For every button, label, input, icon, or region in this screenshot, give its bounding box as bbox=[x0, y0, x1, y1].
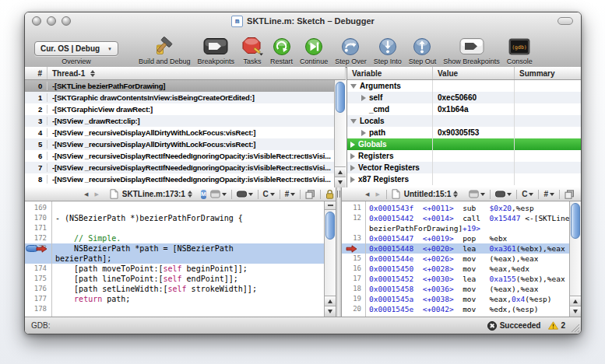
variable-row[interactable]: Vector Registers bbox=[347, 162, 581, 173]
stack-scrollbar[interactable] bbox=[334, 80, 346, 187]
breakpoints-popup-icon[interactable]: # bbox=[542, 190, 556, 198]
scroll-up-button[interactable] bbox=[570, 296, 581, 306]
line-stepper[interactable] bbox=[188, 191, 192, 198]
lock-icon[interactable] bbox=[324, 189, 336, 199]
variable-row[interactable]: _cmd0x1b64a bbox=[347, 103, 581, 115]
line-number-gutter[interactable]: 15 bbox=[342, 254, 365, 264]
bookmarks-popup-icon[interactable] bbox=[494, 191, 513, 198]
disclosure-triangle-icon[interactable] bbox=[361, 130, 366, 136]
toolbar-button-breakpoints[interactable]: Breakpoints bbox=[198, 37, 235, 65]
source-scrollbar[interactable] bbox=[324, 201, 336, 317]
line-number-gutter[interactable]: 19 bbox=[342, 294, 365, 304]
warnings-indicator[interactable]: 2 bbox=[548, 321, 565, 330]
disassembly-editor[interactable]: 110x0001543f <+0011> sub $0x20,%esp120x0… bbox=[342, 201, 581, 317]
source-code-line[interactable]: 176 [path setLineWidth:[self strokeWidth… bbox=[25, 284, 336, 294]
source-location-popup[interactable]: SKTLine.m:173:1 bbox=[122, 190, 185, 198]
source-editor[interactable]: 169170- (NSBezierPath *)bezierPathForDra… bbox=[25, 201, 336, 317]
source-code-line[interactable]: 178 bbox=[25, 304, 336, 314]
stack-scrollbar-thumb[interactable] bbox=[336, 82, 345, 113]
variable-row[interactable]: Globals bbox=[347, 138, 581, 150]
asm-code-line[interactable]: 200x0001545e <+0042> mov %edx,(%esp) bbox=[342, 304, 581, 314]
line-number-gutter[interactable]: 175 bbox=[25, 274, 51, 284]
disclosure-triangle-icon[interactable] bbox=[350, 165, 355, 171]
split-editor-button[interactable] bbox=[325, 201, 336, 210]
line-number-gutter[interactable] bbox=[342, 243, 365, 254]
stack-frame-row[interactable]: 6-[NSView _recursiveDisplayRectIfNeededI… bbox=[25, 150, 334, 162]
toolbar-toggle-widget[interactable] bbox=[558, 17, 573, 25]
variable-row[interactable]: Arguments bbox=[347, 80, 581, 92]
toolbar-button-step-into[interactable]: Step Into bbox=[374, 37, 402, 65]
source-scrollbar-thumb[interactable] bbox=[325, 212, 335, 240]
line-number-gutter[interactable]: 20 bbox=[342, 304, 365, 314]
asm-code-line[interactable]: 160x00015450 <+0028> mov %eax,%edx bbox=[342, 264, 581, 274]
stack-number-column-header[interactable]: # bbox=[25, 67, 47, 79]
forward-arrow-button[interactable]: ▶ bbox=[372, 191, 382, 198]
line-number-gutter[interactable]: 169 bbox=[25, 203, 51, 213]
line-number-gutter[interactable]: 173 bbox=[25, 243, 51, 254]
source-code-line[interactable]: bezierPath]; bbox=[25, 254, 336, 264]
source-code-line[interactable]: 169 bbox=[25, 203, 336, 213]
variable-row[interactable]: self0xec50660 bbox=[347, 92, 581, 103]
stack-frame-row[interactable]: 7-[NSView _recursiveDisplayRectIfNeededI… bbox=[25, 162, 334, 173]
bookmarks-popup-icon[interactable] bbox=[235, 191, 255, 198]
thread-stepper-icon[interactable] bbox=[90, 70, 95, 77]
disclosure-triangle-icon[interactable] bbox=[350, 84, 357, 89]
variable-row[interactable]: Locals bbox=[347, 115, 581, 127]
stack-frame-row[interactable]: 1-[SKTGraphic drawContentsInView:isBeing… bbox=[25, 92, 334, 103]
titlebar[interactable]: m SKTLine.m: Sketch – Debugger bbox=[25, 12, 581, 30]
counterpart-icon[interactable] bbox=[304, 190, 317, 199]
source-code-line[interactable]: 177 return path; bbox=[25, 294, 336, 304]
line-number-gutter[interactable]: 174 bbox=[25, 264, 51, 274]
line-number-gutter[interactable]: 171 bbox=[25, 223, 51, 233]
source-code-line[interactable]: 175 [path lineToPoint:[self endPoint]]; bbox=[25, 274, 336, 284]
line-number-gutter[interactable]: 170 bbox=[25, 213, 51, 223]
class-popup-icon[interactable]: C bbox=[520, 190, 535, 198]
summary-column-header[interactable]: Summary bbox=[515, 67, 581, 79]
disclosure-triangle-icon[interactable] bbox=[350, 177, 355, 183]
scroll-up-button[interactable] bbox=[325, 296, 336, 306]
line-number-gutter[interactable]: 12 bbox=[342, 213, 365, 223]
asm-code-line[interactable]: 110x0001543f <+0011> sub $0x20,%esp bbox=[342, 203, 581, 213]
toolbar-button-restart[interactable]: Restart bbox=[270, 37, 293, 65]
variable-row[interactable]: Registers bbox=[347, 150, 581, 162]
disclosure-triangle-icon[interactable] bbox=[350, 119, 357, 124]
variable-column-header[interactable]: Variable bbox=[347, 67, 433, 79]
asm-scrollbar-thumb[interactable] bbox=[571, 203, 580, 239]
variable-row[interactable]: path0x90305f53 bbox=[347, 127, 581, 138]
thread-column-header[interactable]: Thread-1 bbox=[47, 67, 346, 79]
line-number-gutter[interactable] bbox=[25, 254, 51, 264]
asm-code-line[interactable]: 0x00015448 <+0020> lea 0xa361(%ebx),%eax bbox=[342, 243, 581, 254]
source-code-line[interactable]: 174 [path moveToPoint:[self beginPoint]]… bbox=[25, 264, 336, 274]
tab-popup-icon[interactable] bbox=[209, 190, 228, 198]
source-code-line[interactable]: 172 // Simple. bbox=[25, 233, 336, 243]
line-number-gutter[interactable]: 13 bbox=[342, 233, 365, 243]
tab-popup-icon[interactable] bbox=[467, 190, 487, 198]
line-number-gutter[interactable]: 176 bbox=[25, 284, 51, 294]
stack-frame-row[interactable]: 5-[NSView _recursiveDisplayAllDirtyWithL… bbox=[25, 138, 334, 150]
line-number-gutter[interactable]: 18 bbox=[342, 284, 365, 294]
scroll-down-button[interactable] bbox=[335, 177, 346, 187]
line-number-gutter[interactable]: 11 bbox=[342, 203, 365, 213]
asm-code-line[interactable]: 190x0001545a <+0038> mov %eax,0x4(%esp) bbox=[342, 294, 581, 304]
asm-code-line[interactable]: 170x00015452 <+0030> lea 0xa155(%ebx),%e… bbox=[342, 274, 581, 284]
counterpart-icon[interactable] bbox=[563, 190, 576, 199]
back-arrow-button[interactable]: ◀ bbox=[81, 191, 91, 198]
asm-location-popup[interactable]: Untitled:15:1 bbox=[404, 190, 452, 198]
scroll-down-button[interactable] bbox=[570, 306, 581, 317]
asm-code-line[interactable]: 150x0001544e <+0026> mov (%eax),%eax bbox=[342, 254, 581, 264]
scroll-down-button[interactable] bbox=[325, 306, 336, 317]
asm-code-line[interactable]: 180x00015458 <+0036> mov (%eax),%eax bbox=[342, 284, 581, 294]
stack-frame-row[interactable]: 0-[SKTLine bezierPathForDrawing] bbox=[25, 80, 334, 92]
toolbar-button-continue[interactable]: Continue bbox=[300, 37, 328, 65]
line-number-gutter[interactable]: 177 bbox=[25, 294, 51, 304]
stack-frame-row[interactable]: 2-[SKTGraphicView drawRect:] bbox=[25, 103, 334, 115]
toolbar-button-step-out[interactable]: Step Out bbox=[409, 37, 437, 65]
disclosure-triangle-icon[interactable] bbox=[350, 153, 355, 159]
asm-code-line[interactable]: 130x00015447 <+0019> pop %ebx bbox=[342, 233, 581, 243]
source-code-line[interactable]: 171 bbox=[25, 223, 336, 233]
toolbar-button-tasks[interactable]: Tasks bbox=[241, 37, 263, 65]
disclosure-triangle-icon[interactable] bbox=[361, 95, 366, 101]
asm-code-line[interactable]: 120x00015442 <+0014> call 0x15447 <-[SKT… bbox=[342, 213, 581, 223]
toolbar-button-console[interactable]: (gdb)Console bbox=[507, 37, 533, 65]
overview-popup[interactable]: Cur. OS | Debug ▼ bbox=[34, 41, 118, 56]
